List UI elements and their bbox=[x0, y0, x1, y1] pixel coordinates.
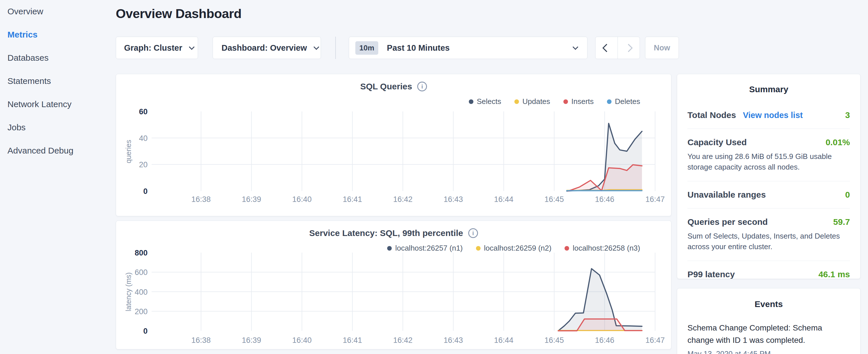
summary-row-head: Queries per second59.7 bbox=[687, 217, 850, 227]
svg-text:latency (ms): latency (ms) bbox=[124, 272, 132, 311]
svg-text:16:39: 16:39 bbox=[242, 336, 261, 345]
now-button[interactable]: Now bbox=[645, 37, 679, 59]
summary-divider bbox=[687, 208, 850, 208]
event-item: Schema Change Completed: Schema change w… bbox=[687, 322, 850, 354]
sidebar-item-databases[interactable]: Databases bbox=[7, 53, 73, 63]
graph-dropdown[interactable]: Graph: Cluster bbox=[116, 37, 198, 59]
summary-row-head: P99 latency46.1 ms bbox=[687, 269, 850, 279]
service-latency-chart-card: Service Latency: SQL, 99th percentile i … bbox=[116, 221, 672, 349]
time-range-selector[interactable]: 10m Past 10 Minutes bbox=[349, 37, 587, 59]
time-range-badge: 10m bbox=[355, 41, 378, 55]
svg-text:16:45: 16:45 bbox=[545, 195, 564, 204]
summary-rows: Total NodesView nodes list3Capacity Used… bbox=[687, 110, 850, 279]
time-pager bbox=[595, 37, 640, 59]
summary-value: 46.1 ms bbox=[818, 269, 850, 279]
svg-text:16:46: 16:46 bbox=[595, 195, 614, 204]
summary-label: Queries per second bbox=[687, 217, 768, 227]
summary-row-queries-per-second: Queries per second59.7Sum of Selects, Up… bbox=[687, 217, 850, 252]
summary-row-head: Capacity Used0.01% bbox=[687, 137, 850, 147]
svg-text:20: 20 bbox=[139, 160, 148, 169]
events-list: Schema Change Completed: Schema change w… bbox=[687, 322, 850, 354]
svg-text:16:42: 16:42 bbox=[393, 336, 413, 345]
chevron-down-icon bbox=[313, 44, 319, 50]
summary-title: Summary bbox=[687, 85, 850, 94]
summary-row-head: Unavailable ranges0 bbox=[687, 190, 850, 200]
dashboard-dropdown-label: Dashboard: Overview bbox=[221, 43, 307, 53]
summary-value: 0 bbox=[845, 190, 850, 200]
summary-value: 59.7 bbox=[833, 217, 850, 227]
summary-value: 0.01% bbox=[826, 137, 850, 147]
summary-divider bbox=[687, 181, 850, 181]
sidebar-item-network-latency[interactable]: Network Latency bbox=[7, 99, 73, 109]
svg-text:16:45: 16:45 bbox=[545, 336, 564, 345]
svg-text:16:41: 16:41 bbox=[343, 336, 362, 345]
svg-text:16:42: 16:42 bbox=[393, 195, 413, 204]
dashboard-dropdown[interactable]: Dashboard: Overview bbox=[213, 37, 321, 59]
svg-text:16:43: 16:43 bbox=[443, 195, 463, 204]
summary-description: Sum of Selects, Updates, Inserts, and De… bbox=[687, 231, 850, 252]
summary-label: Capacity Used bbox=[687, 137, 747, 147]
sql-queries-chart-card: SQL Queries i SelectsUpdatesInsertsDelet… bbox=[116, 74, 672, 216]
summary-card: Summary Total NodesView nodes list3Capac… bbox=[677, 74, 861, 279]
chevron-right-icon bbox=[624, 43, 633, 52]
chevron-down-icon bbox=[572, 44, 578, 50]
plot-svg: 16:3816:3916:4016:4116:4216:4316:4416:45… bbox=[116, 221, 672, 350]
svg-text:16:44: 16:44 bbox=[494, 195, 514, 204]
event-timestamp: May 13, 2020 at 4:45 PM bbox=[687, 349, 850, 354]
svg-text:16:44: 16:44 bbox=[494, 336, 514, 345]
event-message: Schema Change Completed: Schema change w… bbox=[687, 322, 842, 347]
summary-row-capacity-used: Capacity Used0.01%You are using 28.6 MiB… bbox=[687, 137, 850, 172]
summary-description: You are using 28.6 MiB of 515.9 GiB usab… bbox=[687, 151, 850, 172]
sidebar-item-jobs[interactable]: Jobs bbox=[7, 123, 73, 132]
app-root: OverviewMetricsDatabasesStatementsNetwor… bbox=[0, 0, 868, 354]
svg-text:16:40: 16:40 bbox=[292, 195, 312, 204]
svg-text:600: 600 bbox=[135, 268, 148, 277]
chevron-left-icon bbox=[602, 43, 611, 52]
svg-text:40: 40 bbox=[139, 134, 148, 142]
toolbar-divider bbox=[335, 37, 336, 59]
sidebar-item-advanced-debug[interactable]: Advanced Debug bbox=[7, 146, 73, 156]
svg-text:16:39: 16:39 bbox=[242, 195, 261, 204]
summary-label: Total Nodes bbox=[687, 110, 736, 120]
svg-text:400: 400 bbox=[135, 288, 148, 296]
time-range-label: Past 10 Minutes bbox=[387, 43, 450, 53]
summary-divider bbox=[687, 261, 850, 261]
svg-text:16:41: 16:41 bbox=[343, 195, 362, 204]
svg-text:0: 0 bbox=[143, 187, 148, 196]
summary-label: Unavailable ranges bbox=[687, 190, 766, 200]
svg-text:16:38: 16:38 bbox=[191, 195, 211, 204]
summary-label: P99 latency bbox=[687, 269, 735, 279]
svg-text:16:47: 16:47 bbox=[645, 336, 665, 345]
svg-text:200: 200 bbox=[135, 307, 148, 316]
svg-text:16:38: 16:38 bbox=[191, 336, 211, 345]
summary-row-total-nodes: Total NodesView nodes list3 bbox=[687, 110, 850, 120]
sidebar-item-overview[interactable]: Overview bbox=[7, 7, 73, 16]
svg-text:16:43: 16:43 bbox=[443, 336, 463, 345]
summary-row-head: Total NodesView nodes list3 bbox=[687, 110, 850, 120]
plot-svg: 16:3816:3916:4016:4116:4216:4316:4416:45… bbox=[116, 74, 672, 217]
events-title: Events bbox=[687, 299, 850, 309]
svg-text:0: 0 bbox=[143, 327, 148, 335]
summary-row-unavailable-ranges: Unavailable ranges0 bbox=[687, 190, 850, 200]
summary-row-p99-latency: P99 latency46.1 ms bbox=[687, 269, 850, 279]
next-time-button[interactable] bbox=[618, 37, 640, 59]
svg-text:16:46: 16:46 bbox=[595, 336, 614, 345]
svg-text:16:47: 16:47 bbox=[645, 195, 665, 204]
prev-time-button[interactable] bbox=[595, 37, 618, 59]
sidebar-nav: OverviewMetricsDatabasesStatementsNetwor… bbox=[7, 7, 73, 156]
chevron-down-icon bbox=[189, 44, 194, 50]
page-title: Overview Dashboard bbox=[116, 6, 242, 21]
svg-text:60: 60 bbox=[139, 107, 148, 116]
svg-text:16:40: 16:40 bbox=[292, 336, 312, 345]
sidebar-item-metrics[interactable]: Metrics bbox=[7, 30, 73, 39]
events-card: Events Schema Change Completed: Schema c… bbox=[677, 288, 861, 354]
svg-text:queries: queries bbox=[124, 140, 132, 163]
summary-value: 3 bbox=[845, 110, 850, 120]
view-nodes-link[interactable]: View nodes list bbox=[743, 110, 803, 120]
svg-text:800: 800 bbox=[135, 249, 148, 257]
summary-divider bbox=[687, 129, 850, 129]
sidebar-item-statements[interactable]: Statements bbox=[7, 76, 73, 86]
graph-dropdown-label: Graph: Cluster bbox=[124, 43, 182, 53]
